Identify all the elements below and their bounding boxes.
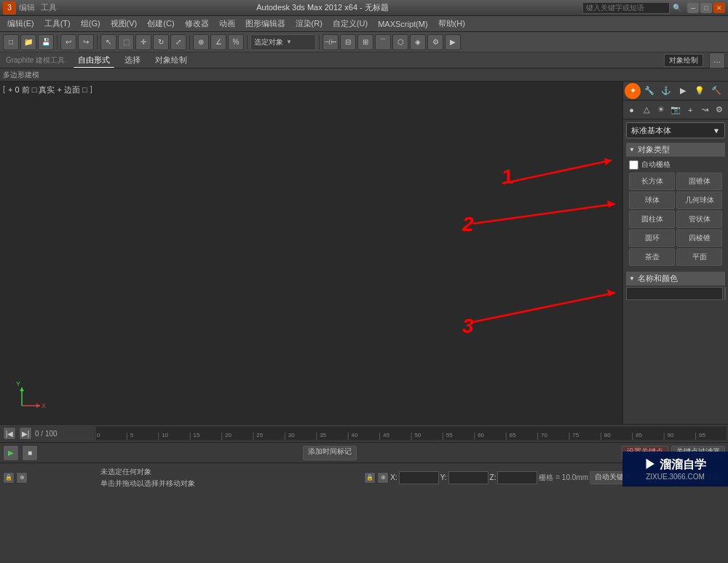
shapes-button[interactable]: △: [639, 102, 653, 118]
transform-icon[interactable]: ⊕: [16, 472, 28, 484]
close-button[interactable]: ✕: [713, 3, 725, 13]
menu-render[interactable]: 渲染(R): [291, 17, 327, 31]
material-button[interactable]: ◈: [410, 34, 426, 50]
auto-grid-checkbox[interactable]: [629, 160, 638, 170]
tube-button[interactable]: 管状体: [676, 210, 722, 228]
geometry-button[interactable]: ●: [625, 102, 638, 118]
transform-coord-icon[interactable]: ⊕: [377, 472, 389, 484]
add-time-marker-button[interactable]: 添加时间标记: [303, 446, 357, 460]
minimize-button[interactable]: ─: [687, 3, 699, 13]
cameras-button[interactable]: 📷: [668, 102, 682, 118]
menu-edit[interactable]: 编辑(E): [3, 17, 39, 31]
spacewarps-button[interactable]: ↝: [698, 102, 712, 118]
pyramid-button[interactable]: 四棱锥: [676, 229, 722, 247]
y-coord-input[interactable]: [448, 471, 488, 484]
prev-frame-button[interactable]: |◀: [3, 427, 16, 440]
open-button[interactable]: 📁: [20, 34, 36, 50]
svg-text:20: 20: [225, 432, 232, 438]
svg-text:25: 25: [256, 432, 263, 438]
cone-button[interactable]: 固锥体: [676, 173, 722, 190]
sphere-button[interactable]: 球体: [629, 192, 675, 209]
render-setup-button[interactable]: ⚙: [427, 34, 443, 50]
color-swatch[interactable]: [724, 287, 726, 300]
select-region-button[interactable]: ⬚: [118, 34, 134, 50]
right-panel: ✦ 🔧 ⚓ ▶ 💡 🔨 ● △ ☀ 📷 + ↝ ⚙ 标准基本体 ▼ ▼ 对象类型: [622, 82, 728, 424]
layer-manager-button[interactable]: ⊞: [357, 34, 373, 50]
redo-button[interactable]: ↪: [78, 34, 94, 50]
systems-button[interactable]: ⚙: [713, 102, 727, 118]
menu-view[interactable]: 视图(V): [106, 17, 142, 31]
geosphere-button[interactable]: 几何球体: [676, 192, 722, 209]
menu-maxscript[interactable]: MAXScript(M): [373, 18, 432, 30]
create-panel-button[interactable]: ✦: [625, 83, 641, 99]
object-paint-options[interactable]: 对象绘制: [664, 54, 703, 67]
plane-button[interactable]: 平面: [676, 248, 722, 266]
object-name-input[interactable]: [626, 287, 723, 300]
hierarchy-panel-button[interactable]: ⚓: [658, 83, 674, 99]
tools-menu-tb[interactable]: 工具: [41, 2, 57, 13]
schematic-button[interactable]: ⬡: [392, 34, 408, 50]
box-button[interactable]: 长方体: [629, 173, 675, 190]
next-frame-button[interactable]: ▶|: [19, 427, 32, 440]
save-button[interactable]: 💾: [38, 34, 54, 50]
maximize-button[interactable]: □: [700, 3, 712, 13]
utilities-panel-button[interactable]: 🔨: [708, 83, 724, 99]
lock-icon[interactable]: 🔒: [3, 472, 15, 484]
menu-tools[interactable]: 工具(T): [40, 17, 75, 31]
torus-button[interactable]: 圆环: [629, 229, 675, 247]
helpers-button[interactable]: +: [684, 102, 697, 118]
menu-create[interactable]: 创建(C): [143, 17, 178, 31]
z-coord-input[interactable]: [497, 471, 537, 484]
menu-group[interactable]: 组(G): [76, 17, 105, 31]
gt-select[interactable]: 选择: [120, 53, 145, 67]
search-input[interactable]: [582, 2, 670, 14]
gt-options[interactable]: …: [709, 52, 725, 68]
cylinder-button[interactable]: 圆柱体: [629, 210, 675, 228]
menu-graph-editor[interactable]: 图形编辑器: [241, 17, 290, 31]
standard-primitives-dropdown[interactable]: 标准基本体 ▼: [626, 122, 725, 138]
motion-panel-button[interactable]: ▶: [675, 83, 691, 99]
svg-text:10: 10: [162, 432, 168, 438]
edit-menu-tb[interactable]: 编辑: [19, 2, 35, 13]
selection-filter-dropdown[interactable]: 选定对象 ▼: [250, 34, 316, 50]
status-line1: 未选定任何对象: [100, 467, 361, 477]
undo-button[interactable]: ↩: [60, 34, 76, 50]
select-object-button[interactable]: ↖: [100, 34, 116, 50]
teapot-button[interactable]: 茶壶: [629, 248, 675, 266]
svg-text:0: 0: [97, 432, 100, 438]
move-button[interactable]: ✛: [135, 34, 151, 50]
svg-text:2: 2: [462, 213, 474, 235]
modify-panel-button[interactable]: 🔧: [641, 83, 657, 99]
rotate-button[interactable]: ↻: [153, 34, 169, 50]
y-label: Y:: [440, 473, 447, 481]
stop-button[interactable]: ■: [22, 445, 38, 461]
mirror-button[interactable]: ⊣⊢: [323, 34, 339, 50]
display-panel-button[interactable]: 💡: [692, 83, 708, 99]
search-icon[interactable]: 🔍: [673, 4, 681, 12]
align-button[interactable]: ⊟: [340, 34, 356, 50]
scale-button[interactable]: ⤢: [170, 34, 186, 50]
svg-text:75: 75: [572, 432, 579, 438]
svg-line-6: [473, 293, 615, 322]
svg-text:50: 50: [414, 432, 421, 438]
x-coord-input[interactable]: [399, 471, 439, 484]
render-button[interactable]: ▶: [445, 34, 461, 50]
timeline-bar[interactable]: 0 5 10 15 20 25 30 35 40 45 50 55 60: [95, 426, 728, 441]
menu-customize[interactable]: 自定义(U): [328, 17, 372, 31]
menu-modifier[interactable]: 修改器: [181, 17, 213, 31]
object-type-header[interactable]: ▼ 对象类型: [626, 143, 725, 157]
menu-animation[interactable]: 动画: [215, 17, 240, 31]
gt-freeform[interactable]: 自由形式: [74, 53, 114, 68]
viewport[interactable]: [ + 0 前 □ 真实 + 边面 □ ] 1 2 3: [0, 82, 622, 424]
lock-selection-icon[interactable]: 🔒: [364, 472, 376, 484]
play-button[interactable]: ▶: [3, 445, 19, 461]
lights-button[interactable]: ☀: [654, 102, 668, 118]
menu-help[interactable]: 帮助(H): [434, 17, 470, 31]
percent-snaps-button[interactable]: %: [228, 34, 244, 50]
name-color-header[interactable]: ▼ 名称和颜色: [626, 272, 725, 286]
angle-snaps-button[interactable]: ∠: [210, 34, 226, 50]
curve-editor-button[interactable]: ⌒: [375, 34, 391, 50]
snaps-button[interactable]: ⊕: [193, 34, 209, 50]
new-button[interactable]: □: [3, 34, 19, 50]
gt-object-paint[interactable]: 对象绘制: [151, 53, 191, 67]
